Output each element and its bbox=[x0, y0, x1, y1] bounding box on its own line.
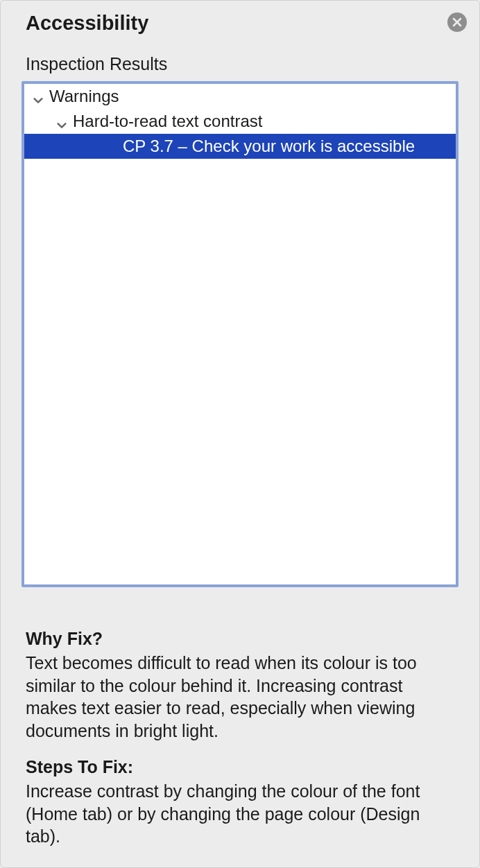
tree-category-contrast[interactable]: Hard-to-read text contrast bbox=[24, 109, 456, 134]
why-fix-heading: Why Fix? bbox=[26, 629, 454, 649]
steps-to-fix-body: Increase contrast by changing the colour… bbox=[26, 780, 454, 848]
close-icon bbox=[452, 17, 462, 27]
tree-group-label: Warnings bbox=[49, 87, 119, 106]
inspection-results-tree[interactable]: Warnings Hard-to-read text contrast CP 3… bbox=[22, 81, 458, 587]
why-fix-body: Text becomes difficult to read when its … bbox=[26, 652, 454, 742]
close-button[interactable] bbox=[447, 12, 467, 32]
tree-item-selected[interactable]: CP 3.7 – Check your work is accessible bbox=[24, 134, 456, 159]
panel-title: Accessibility bbox=[26, 12, 148, 35]
steps-to-fix-heading: Steps To Fix: bbox=[26, 757, 454, 777]
details-pane: Why Fix? Text becomes difficult to read … bbox=[1, 587, 479, 848]
tree-group-warnings[interactable]: Warnings bbox=[24, 84, 456, 109]
inspection-results-label: Inspection Results bbox=[1, 49, 479, 81]
chevron-down-icon bbox=[33, 91, 44, 102]
panel-header: Accessibility bbox=[1, 1, 479, 49]
tree-category-label: Hard-to-read text contrast bbox=[73, 112, 262, 131]
chevron-down-icon bbox=[56, 116, 67, 127]
tree-item-label: CP 3.7 – Check your work is accessible bbox=[123, 137, 415, 156]
